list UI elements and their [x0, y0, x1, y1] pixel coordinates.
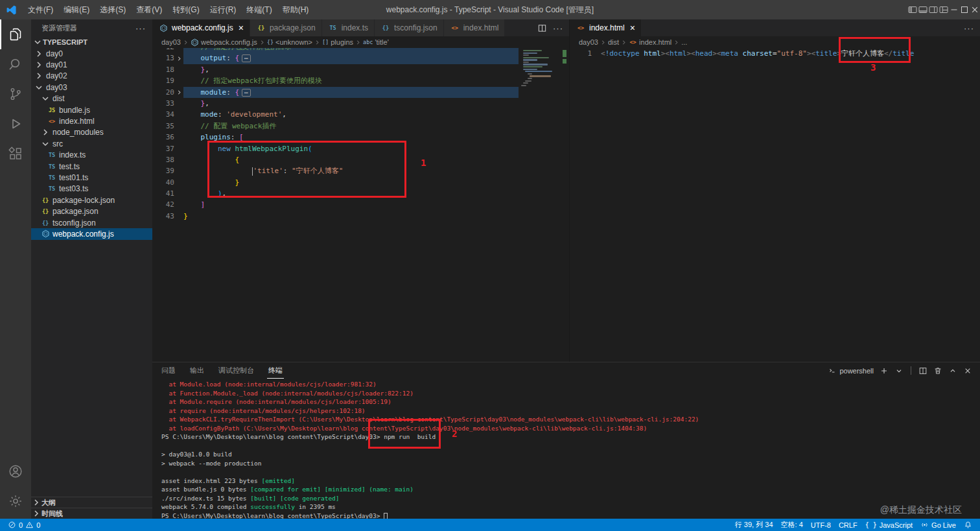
tree-item-index-html[interactable]: <>index.html — [31, 115, 152, 126]
breadcrumb-item[interactable]: {}<unknown> — [267, 38, 312, 46]
tab-package-json[interactable]: {}package.json — [250, 19, 322, 36]
editor-1[interactable]: 12 // 指定打包文件所在的目录13 output: {⋯18 },19 //… — [152, 48, 569, 362]
breadcrumb-item[interactable]: []plugins — [322, 38, 353, 46]
minimap-line — [523, 82, 528, 84]
close-icon[interactable]: × — [239, 23, 244, 32]
breadcrumb-item[interactable]: <>index.html — [629, 38, 671, 47]
folded-ellipsis[interactable]: ⋯ — [242, 54, 250, 62]
tab-webpack-config-js[interactable]: webpack.config.js× — [152, 19, 250, 36]
code-lines-1: 12 // 指定打包文件所在的目录13 output: {⋯18 },19 //… — [152, 48, 519, 222]
notifications[interactable] — [960, 519, 976, 531]
maximize-panel-icon[interactable] — [948, 366, 957, 375]
breadcrumb-item[interactable]: abc'title' — [363, 38, 389, 46]
tree-item-label: test03.ts — [59, 184, 88, 193]
split-terminal-icon[interactable] — [918, 366, 928, 375]
tab-tsconfig-json[interactable]: {}tsconfig.json — [375, 19, 444, 36]
toggle-secondary-sidebar-icon[interactable] — [928, 5, 939, 15]
code-line: 1<!doctype html><html><head><meta charse… — [570, 48, 980, 59]
customize-layout-icon[interactable] — [939, 5, 949, 15]
run-debug-icon — [8, 116, 23, 132]
tab-index-ts[interactable]: TSindex.ts — [322, 19, 375, 36]
breadcrumb-item[interactable]: day03 — [161, 38, 181, 46]
breadcrumb-item[interactable]: webpack.config.js — [191, 38, 257, 47]
section-timeline[interactable]: 时间线 — [31, 508, 152, 519]
code-line: 40 } — [152, 177, 519, 188]
indentation[interactable]: 空格: 4 — [777, 519, 807, 531]
minimap[interactable] — [520, 48, 560, 87]
close-icon[interactable]: × — [630, 23, 635, 32]
fold-chevron-icon[interactable] — [174, 53, 183, 64]
menu-item[interactable]: 帮助(H) — [277, 0, 314, 19]
menu-item[interactable]: 编辑(E) — [58, 0, 95, 19]
tab-index-html[interactable]: <>index.html× — [570, 19, 642, 36]
tree-item-node-modules[interactable]: node_modules — [31, 127, 152, 138]
tree-item-src[interactable]: src — [31, 138, 152, 149]
tab-index-html[interactable]: <>index.html — [444, 19, 506, 36]
menu-item[interactable]: 选择(S) — [95, 0, 131, 19]
eol[interactable]: CRLF — [835, 519, 861, 531]
problems-status[interactable]: 0 0 — [4, 519, 44, 531]
terminal-dropdown-icon[interactable] — [894, 366, 904, 375]
cursor-position[interactable]: 行 39, 列 34 — [731, 519, 777, 531]
activitybar-source-control[interactable] — [0, 79, 31, 109]
tree-item-day02[interactable]: day02 — [31, 71, 152, 82]
tree-item-index-ts[interactable]: TSindex.ts — [31, 150, 152, 161]
minimize-button[interactable] — [949, 5, 959, 15]
menu-item[interactable]: 转到(G) — [167, 0, 204, 19]
close-panel-icon[interactable] — [963, 366, 972, 375]
menu-item[interactable]: 查看(V) — [131, 0, 167, 19]
more-actions-icon[interactable]: ··· — [553, 24, 563, 32]
split-editor-icon[interactable] — [537, 23, 547, 33]
breadcrumb-item[interactable]: dist — [608, 38, 619, 46]
tree-item-test-ts[interactable]: TStest.ts — [31, 161, 152, 172]
tree-item-package-lock-json[interactable]: {}package-lock.json — [31, 195, 152, 206]
menu-item[interactable]: 运行(R) — [205, 0, 242, 19]
maximize-button[interactable] — [959, 5, 970, 15]
tree-item-test03-ts[interactable]: TStest03.ts — [31, 183, 152, 195]
menu-item[interactable]: 终端(T) — [241, 0, 277, 19]
activitybar-settings[interactable] — [0, 486, 31, 516]
panel-tab-item[interactable]: 输出 — [189, 362, 205, 379]
fold-chevron-icon[interactable] — [174, 87, 183, 98]
menu-item[interactable]: 文件(F) — [23, 0, 58, 19]
breadcrumb-item[interactable]: day03 — [579, 38, 598, 46]
symbol-object-icon: {} — [267, 39, 274, 45]
tree-item-tsconfig-json[interactable]: {}tsconfig.json — [31, 217, 152, 228]
go-live[interactable]: Go Live — [916, 519, 960, 531]
panel-tab-item[interactable]: 问题 — [160, 362, 177, 379]
tree-item-day03[interactable]: day03 — [31, 82, 152, 93]
kill-terminal-icon[interactable] — [933, 366, 942, 375]
activitybar-account[interactable] — [0, 456, 31, 486]
activitybar-run-debug[interactable] — [0, 109, 31, 139]
tree-item-test01-ts[interactable]: TStest01.ts — [31, 172, 152, 183]
tree-item-day01[interactable]: day01 — [31, 59, 152, 70]
tree-item-webpack-config-js[interactable]: webpack.config.js — [31, 228, 152, 239]
toggle-sidebar-icon[interactable] — [907, 5, 918, 15]
new-terminal-icon[interactable] — [880, 366, 889, 375]
panel-tab-item[interactable]: 调试控制台 — [217, 362, 255, 379]
toggle-panel-icon[interactable] — [918, 5, 928, 15]
file-tree: day0day01day02day03distJSbundle.js<>inde… — [31, 48, 152, 497]
tree-item-dist[interactable]: dist — [31, 93, 152, 104]
activitybar-search[interactable] — [0, 49, 31, 79]
tree-item-package-json[interactable]: {}package.json — [31, 206, 152, 217]
encoding[interactable]: UTF-8 — [807, 519, 835, 531]
more-actions-icon[interactable]: ··· — [135, 24, 146, 32]
extensions-icon — [8, 146, 23, 161]
activitybar-extensions[interactable] — [0, 139, 31, 169]
tree-item-bundle-js[interactable]: JSbundle.js — [31, 104, 152, 115]
shell-selector[interactable]: powershell — [828, 366, 874, 375]
tree-item-day0[interactable]: day0 — [31, 48, 152, 59]
folded-ellipsis[interactable]: ⋯ — [242, 89, 250, 97]
more-actions-icon[interactable]: ··· — [964, 24, 974, 32]
language-mode[interactable]: { } JavaScript — [861, 519, 916, 531]
close-window-button[interactable] — [970, 5, 980, 15]
editor-2[interactable]: 1<!doctype html><html><head><meta charse… — [570, 48, 980, 362]
section-typescript[interactable]: TYPESCRIPT — [31, 36, 152, 48]
terminal[interactable]: at Module.load (node:internal/modules/cj… — [152, 379, 980, 519]
panel-tab-item[interactable]: 终端 — [267, 362, 284, 379]
activitybar-explorer[interactable] — [0, 19, 31, 49]
section-outline[interactable]: 大纲 — [31, 497, 152, 508]
breadcrumb-item[interactable]: ... — [681, 38, 687, 46]
minimap-line — [521, 85, 526, 86]
